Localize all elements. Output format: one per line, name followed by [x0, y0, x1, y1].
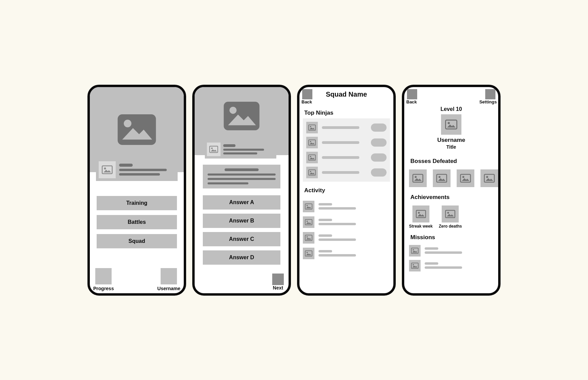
progress-button[interactable]: Progress — [93, 268, 114, 291]
screen-profile: Back Settings Level 10 Username Title — [402, 85, 501, 296]
back-button[interactable] — [407, 89, 417, 99]
svg-point-11 — [229, 106, 236, 114]
menu-training-button[interactable]: Training — [97, 196, 177, 210]
ninja-row[interactable] — [306, 137, 387, 148]
mission-row[interactable] — [409, 260, 498, 271]
mission-text-skeleton — [425, 247, 462, 254]
settings-label: Settings — [479, 99, 497, 104]
menu-squad-button[interactable]: Squad — [97, 234, 177, 248]
screen-squad: Back Squad Name Top Ninjas Activity — [297, 85, 396, 296]
profile-username: Username — [409, 137, 493, 144]
svg-point-65 — [413, 249, 414, 250]
image-icon — [306, 167, 318, 178]
activity-heading: Activity — [303, 185, 390, 196]
answer-options: Answer A Answer B Answer C Answer D — [203, 195, 280, 265]
answer-d-button[interactable]: Answer D — [203, 250, 280, 265]
svg-point-26 — [310, 171, 311, 172]
boss-tile[interactable] — [433, 169, 451, 187]
top-ninjas-heading: Top Ninjas — [303, 108, 390, 118]
settings-button[interactable] — [485, 89, 495, 99]
home-footer: Progress Username — [93, 268, 180, 291]
bosses-heading: Bosses Defeated — [409, 156, 498, 167]
achievement-caption: Streak week — [409, 224, 432, 229]
username-button[interactable]: Username — [157, 268, 180, 291]
ninja-score-pill — [371, 153, 387, 162]
activity-row[interactable] — [303, 232, 390, 244]
ninja-score-pill — [371, 168, 387, 177]
ninja-score-pill — [371, 138, 387, 147]
svg-marker-18 — [310, 128, 315, 129]
back-label: Back — [406, 99, 417, 104]
image-icon — [409, 245, 421, 257]
boss-tile[interactable] — [457, 169, 474, 187]
svg-rect-49 — [460, 174, 470, 182]
wireframe-canvas: Training Battles Squad Progress Username… — [0, 0, 588, 380]
svg-marker-36 — [306, 238, 311, 239]
svg-point-38 — [307, 252, 308, 253]
achievement-item[interactable]: Zero deaths — [439, 205, 462, 229]
svg-point-8 — [104, 167, 106, 169]
ninja-name-skeleton — [322, 171, 359, 174]
username-label: Username — [157, 286, 180, 291]
ninja-row[interactable] — [306, 167, 387, 178]
svg-marker-63 — [447, 214, 454, 216]
avatar-image — [441, 114, 461, 135]
missions-list — [409, 245, 498, 271]
progress-label: Progress — [93, 286, 114, 291]
svg-point-14 — [211, 147, 213, 149]
prompt-skeleton — [223, 144, 274, 154]
bosses-row — [409, 169, 498, 187]
svg-rect-31 — [305, 219, 312, 225]
boss-tile[interactable] — [409, 169, 427, 187]
svg-rect-13 — [210, 146, 218, 152]
profile-header: Level 10 Username Title — [409, 106, 498, 150]
achievement-caption: Zero deaths — [439, 224, 462, 229]
answer-a-button[interactable]: Answer A — [203, 195, 280, 210]
svg-rect-34 — [305, 235, 312, 241]
avatar-icon — [161, 268, 177, 284]
svg-point-53 — [486, 176, 488, 178]
svg-rect-64 — [411, 248, 418, 253]
image-icon — [306, 122, 318, 133]
activity-row[interactable] — [303, 216, 390, 228]
svg-marker-15 — [211, 149, 217, 151]
svg-marker-54 — [486, 178, 493, 181]
menu-battles-button[interactable]: Battles — [97, 215, 177, 229]
question-text-block — [203, 165, 280, 188]
activity-text-skeleton — [318, 219, 356, 225]
svg-rect-10 — [224, 102, 260, 130]
answer-c-button[interactable]: Answer C — [203, 232, 280, 246]
svg-marker-30 — [306, 206, 311, 208]
svg-rect-67 — [411, 263, 418, 268]
svg-point-50 — [462, 176, 464, 178]
svg-point-44 — [415, 176, 417, 178]
svg-point-41 — [448, 122, 450, 124]
svg-rect-46 — [437, 174, 446, 182]
svg-marker-66 — [412, 251, 418, 252]
boss-tile[interactable] — [480, 169, 498, 187]
next-icon — [272, 274, 284, 285]
next-button[interactable]: Next — [272, 274, 284, 291]
next-label: Next — [273, 285, 283, 291]
image-icon — [303, 216, 314, 228]
mission-row[interactable] — [409, 245, 498, 257]
achievement-item[interactable]: Streak week — [409, 205, 432, 229]
activity-row[interactable] — [303, 248, 390, 259]
answer-b-button[interactable]: Answer B — [203, 214, 280, 228]
ninja-row[interactable] — [306, 152, 387, 163]
ninja-row[interactable] — [306, 122, 387, 133]
achievements-row: Streak weekZero deaths — [409, 205, 498, 229]
svg-point-20 — [310, 141, 311, 142]
svg-point-5 — [124, 119, 132, 127]
level-label: Level 10 — [409, 106, 493, 112]
svg-point-47 — [439, 176, 441, 178]
svg-rect-40 — [445, 120, 457, 129]
svg-marker-51 — [462, 178, 469, 181]
squad-title: Squad Name — [299, 90, 393, 98]
svg-marker-39 — [306, 253, 311, 255]
svg-marker-48 — [438, 178, 445, 181]
hero-caption-card — [96, 159, 178, 181]
image-icon — [306, 152, 318, 163]
activity-row[interactable] — [303, 201, 390, 212]
svg-rect-61 — [446, 210, 455, 218]
